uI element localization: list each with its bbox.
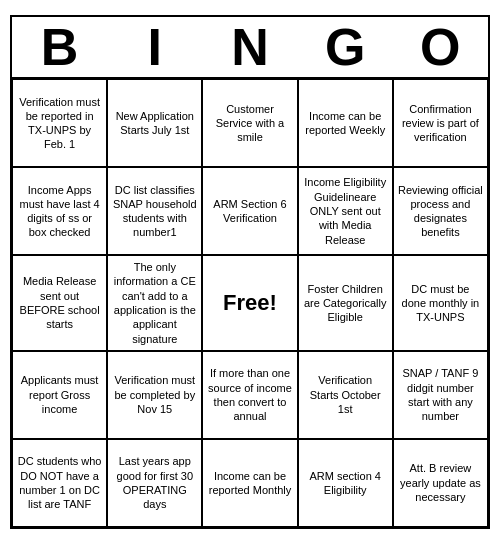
bingo-cell-22: Income can be reported Monthly	[202, 439, 297, 527]
bingo-cell-18: Verification Starts October 1st	[298, 351, 393, 439]
bingo-letter-N: N	[206, 21, 294, 73]
bingo-cell-13: Foster Children are Categorically Eligib…	[298, 255, 393, 351]
bingo-cell-19: SNAP / TANF 9 didgit number start with a…	[393, 351, 488, 439]
bingo-cell-15: Applicants must report Gross income	[12, 351, 107, 439]
bingo-cell-14: DC must be done monthly in TX-UNPS	[393, 255, 488, 351]
bingo-letter-I: I	[111, 21, 199, 73]
bingo-cell-20: DC students who DO NOT have a number 1 o…	[12, 439, 107, 527]
bingo-cell-17: If more than one source of income then c…	[202, 351, 297, 439]
bingo-cell-16: Verification must be completed by Nov 15	[107, 351, 202, 439]
bingo-cell-2: Customer Service with a smile	[202, 79, 297, 167]
bingo-card: BINGO Verification must be reported in T…	[10, 15, 490, 529]
bingo-cell-8: Income Eligibility Guidelineare ONLY sen…	[298, 167, 393, 255]
bingo-cell-1: New Application Starts July 1st	[107, 79, 202, 167]
bingo-letter-O: O	[396, 21, 484, 73]
bingo-cell-12: Free!	[202, 255, 297, 351]
bingo-cell-23: ARM section 4 Eligibility	[298, 439, 393, 527]
bingo-cell-0: Verification must be reported in TX-UNPS…	[12, 79, 107, 167]
bingo-cell-24: Att. B review yearly update as necessary	[393, 439, 488, 527]
bingo-letter-G: G	[301, 21, 389, 73]
bingo-cell-6: DC list classifies SNAP household studen…	[107, 167, 202, 255]
bingo-letter-B: B	[16, 21, 104, 73]
bingo-cell-9: Reviewing official process and designate…	[393, 167, 488, 255]
bingo-grid: Verification must be reported in TX-UNPS…	[12, 79, 488, 527]
bingo-cell-5: Income Apps must have last 4 digits of s…	[12, 167, 107, 255]
bingo-cell-10: Media Release sent out BEFORE school sta…	[12, 255, 107, 351]
bingo-cell-11: The only information a CE can't add to a…	[107, 255, 202, 351]
bingo-cell-3: Income can be reported Weekly	[298, 79, 393, 167]
bingo-header: BINGO	[12, 17, 488, 79]
bingo-cell-21: Last years app good for first 30 OPERATI…	[107, 439, 202, 527]
bingo-cell-4: Confirmation review is part of verificat…	[393, 79, 488, 167]
bingo-cell-7: ARM Section 6 Verification	[202, 167, 297, 255]
